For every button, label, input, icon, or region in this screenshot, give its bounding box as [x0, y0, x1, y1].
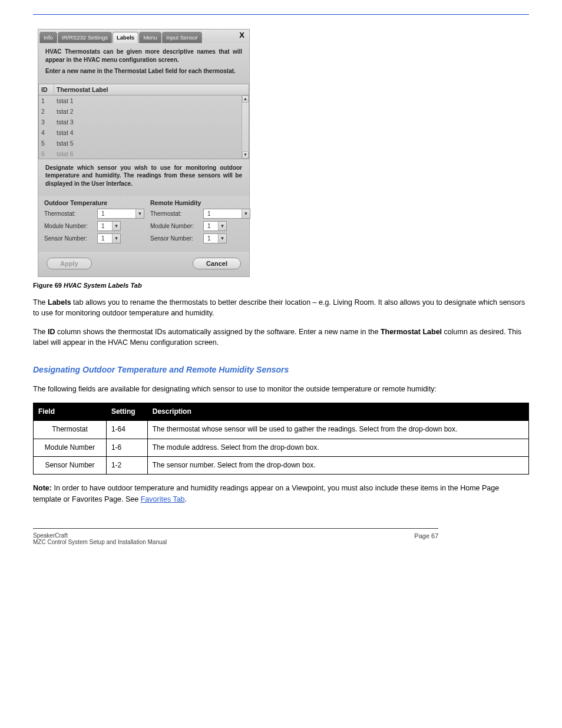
figure-caption: Figure 69 HVAC System Labels Tab [33, 282, 529, 289]
sensor-number-dropdown[interactable]: 1 ▼ [97, 233, 121, 243]
outdoor-temperature-heading: Outdoor Temperature [44, 199, 144, 206]
cell-description: The module address. Select from the drop… [147, 439, 528, 456]
table-row[interactable]: 4 tstat 4 [39, 127, 249, 138]
th-description: Description [147, 403, 528, 420]
cell-setting: 1-6 [106, 439, 147, 456]
tab-info[interactable]: Info [39, 32, 57, 43]
section-heading: Designating Outdoor Temperature and Remo… [33, 364, 529, 375]
tab-ir-rs232[interactable]: IR/RS232 Settings [58, 32, 112, 43]
note-paragraph: Note: In order to have outdoor temperatu… [33, 483, 529, 504]
cell-label[interactable]: tstat 1 [54, 95, 249, 106]
table-header: ID Thermostat Label [38, 84, 249, 95]
help-text-mid: Designate which sensor you wish to use f… [45, 164, 242, 188]
chevron-down-icon: ▼ [218, 222, 226, 230]
th-setting: Setting [106, 403, 147, 420]
text: The [33, 298, 48, 307]
document-body: The Labels tab allows you to rename the … [33, 297, 529, 505]
tab-input-sensor[interactable]: Input Sensor [162, 32, 202, 43]
page-number: Page 67 [414, 532, 438, 545]
figure-title: HVAC System Labels Tab [64, 282, 142, 289]
cancel-button[interactable]: Cancel [193, 258, 241, 269]
col-id: ID [39, 84, 54, 95]
chevron-down-icon: ▼ [135, 209, 144, 218]
apply-button[interactable]: Apply [47, 258, 92, 269]
sensor-number-label: Sensor Number: [150, 235, 201, 242]
cell-label[interactable]: tstat 2 [54, 106, 249, 117]
thermostat-label: Thermostat: [44, 210, 95, 217]
thermostat-dropdown[interactable]: 1 ▼ [97, 209, 144, 219]
chevron-down-icon: ▼ [218, 234, 226, 243]
cell-id: 4 [39, 127, 54, 138]
tab-labels[interactable]: Labels [113, 32, 138, 43]
button-row: Apply Cancel [38, 252, 249, 276]
cell-label[interactable]: tstat 5 [54, 138, 249, 149]
th-field: Field [34, 403, 107, 420]
cell-id: 6 [39, 149, 54, 159]
sensor-number-label: Sensor Number: [44, 235, 95, 242]
thermostat-dropdown[interactable]: 1 ▼ [203, 209, 250, 219]
scrollbar[interactable]: ▲ ▼ [242, 95, 249, 159]
sensor-section: Outdoor Temperature Thermostat: 1 ▼ Modu… [38, 196, 249, 252]
table-row: Thermostat 1-64 The thermostat whose sen… [34, 421, 529, 439]
module-number-dropdown[interactable]: 1 ▼ [203, 221, 227, 231]
page-footer: SpeakerCraft MZC Control System Setup an… [33, 528, 529, 545]
chevron-down-icon: ▼ [112, 234, 120, 243]
note-text: . [185, 495, 187, 503]
cell-setting: 1-2 [106, 457, 147, 475]
close-button[interactable]: X [236, 31, 248, 42]
scroll-down-icon[interactable]: ▼ [242, 151, 249, 159]
thermostat-label: Thermostat: [150, 210, 201, 217]
dialog-screenshot: Info IR/RS232 Settings Labels Menu Input… [38, 29, 250, 277]
dropdown-value: 1 [204, 235, 218, 242]
table-row[interactable]: 1 tstat 1 [39, 95, 249, 106]
chevron-down-icon: ▼ [112, 222, 120, 230]
table-row[interactable]: 3 tstat 3 [39, 117, 249, 127]
help-panel-mid: Designate which sensor you wish to use f… [38, 159, 249, 196]
cell-field: Sensor Number [34, 457, 107, 475]
note-lead: Note: [33, 484, 52, 492]
remote-humidity-col: Remote Humidity Thermostat: 1 ▼ Module N… [150, 199, 250, 246]
help-text-2: Enter a new name in the Thermostat Label… [45, 67, 242, 75]
footer-title: MZC Control System Setup and Installatio… [33, 539, 167, 545]
cell-label[interactable]: tstat 6 [54, 149, 249, 159]
cell-label[interactable]: tstat 4 [54, 127, 249, 138]
dropdown-value: 1 [98, 210, 135, 217]
dropdown-value: 1 [204, 223, 218, 229]
note-text: In order to have outdoor temperature and… [33, 484, 499, 503]
cell-setting: 1-64 [106, 421, 147, 439]
sensor-number-dropdown[interactable]: 1 ▼ [203, 233, 227, 243]
text: column shows the thermostat IDs automati… [55, 328, 381, 336]
table-row[interactable]: 6 tstat 6 [39, 149, 249, 159]
dropdown-value: 1 [98, 223, 112, 229]
term-id: ID [48, 328, 55, 336]
chevron-down-icon: ▼ [242, 209, 250, 218]
term-thermostat-label: Thermostat Label [381, 328, 442, 336]
table-row[interactable]: 5 tstat 5 [39, 138, 249, 149]
tab-strip: Info IR/RS232 Settings Labels Menu Input… [38, 29, 249, 43]
dropdown-value: 1 [204, 210, 242, 217]
fields-table: Field Setting Description Thermostat 1-6… [33, 403, 529, 475]
table-header-row: Field Setting Description [34, 403, 529, 420]
remote-humidity-heading: Remote Humidity [150, 199, 250, 206]
table-row: Module Number 1-6 The module address. Se… [34, 439, 529, 456]
cell-field: Module Number [34, 439, 107, 456]
module-number-label: Module Number: [44, 223, 95, 229]
figure-number: Figure 69 [33, 282, 64, 289]
module-number-label: Module Number: [150, 223, 201, 229]
link-favorites-tab[interactable]: Favorites Tab [141, 495, 185, 503]
cell-id: 1 [39, 95, 54, 106]
paragraph: The following fields are available for d… [33, 384, 529, 394]
module-number-dropdown[interactable]: 1 ▼ [97, 221, 121, 231]
table-row[interactable]: 2 tstat 2 [39, 106, 249, 117]
cell-id: 3 [39, 117, 54, 127]
paragraph: The Labels tab allows you to rename the … [33, 297, 529, 318]
cell-field: Thermostat [34, 421, 107, 439]
term-labels: Labels [48, 298, 71, 307]
rule-top [33, 14, 529, 15]
tab-menu[interactable]: Menu [139, 32, 161, 43]
footer-brand: SpeakerCraft [33, 532, 167, 539]
cell-label[interactable]: tstat 3 [54, 117, 249, 127]
help-text-1: HVAC Thermostats can be given more descr… [45, 48, 242, 64]
scroll-up-icon[interactable]: ▲ [242, 95, 249, 103]
cell-id: 2 [39, 106, 54, 117]
